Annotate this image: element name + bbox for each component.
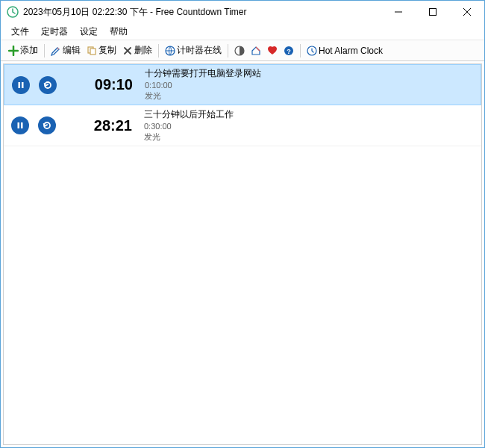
app-window: 2023年05月10日 02:22:30 下午 - Free Countdown… (0, 0, 485, 448)
delete-label: 删除 (134, 44, 152, 57)
home-icon (251, 46, 261, 56)
svg-rect-3 (90, 49, 96, 55)
pause-icon (16, 122, 24, 129)
heart-button[interactable] (264, 44, 281, 57)
timer-action: 发光 (145, 90, 261, 101)
countdown-time: 09:10 (66, 76, 133, 93)
timer-duration: 0:30:00 (144, 121, 234, 131)
maximize-button[interactable] (416, 1, 450, 23)
toolbar: 添加 编辑 复制 删除 计时器在线 ? (1, 40, 484, 61)
timer-duration: 0:10:00 (145, 80, 261, 90)
window-controls (381, 1, 484, 23)
svg-text:?: ? (287, 47, 291, 55)
contrast-icon (234, 46, 245, 56)
help-button[interactable]: ? (281, 44, 297, 57)
timer-row[interactable]: 09:10 十分钟需要打开电脑登录网站 0:10:00 发光 (4, 64, 481, 105)
app-icon (7, 6, 19, 18)
timer-details: 三十分钟以后开始工作 0:30:00 发光 (144, 109, 234, 142)
restart-button[interactable] (39, 76, 57, 94)
svg-rect-1 (430, 9, 436, 16)
menubar: 文件 定时器 设定 帮助 (1, 23, 484, 40)
copy-icon (87, 46, 97, 56)
titlebar: 2023年05月10日 02:22:30 下午 - Free Countdown… (1, 1, 484, 23)
svg-rect-12 (21, 122, 23, 128)
heart-icon (267, 46, 278, 56)
svg-rect-11 (18, 122, 20, 128)
svg-rect-9 (19, 82, 21, 88)
pause-button[interactable] (11, 116, 29, 134)
edit-button[interactable]: 编辑 (48, 43, 84, 58)
globe-icon (165, 46, 175, 56)
menu-timer[interactable]: 定时器 (35, 23, 74, 40)
separator (44, 44, 45, 57)
copy-button[interactable]: 复制 (84, 43, 119, 58)
timer-description: 十分钟需要打开电脑登录网站 (145, 68, 261, 80)
timer-action: 发光 (144, 131, 234, 142)
separator (228, 44, 228, 57)
add-label: 添加 (20, 44, 38, 57)
timer-details: 十分钟需要打开电脑登录网站 0:10:00 发光 (145, 68, 261, 101)
separator (158, 44, 159, 57)
countdown-time: 28:21 (65, 117, 132, 134)
help-icon: ? (284, 46, 294, 56)
pause-button[interactable] (12, 76, 30, 94)
online-button[interactable]: 计时器在线 (162, 43, 225, 58)
delete-button[interactable]: 删除 (119, 43, 155, 58)
online-label: 计时器在线 (177, 44, 222, 57)
clock-icon (307, 46, 317, 56)
svg-rect-10 (22, 82, 24, 88)
timer-list: 09:10 十分钟需要打开电脑登录网站 0:10:00 发光 28:21 三十分… (3, 63, 482, 445)
x-icon (122, 46, 133, 56)
home-button[interactable] (248, 44, 264, 57)
timer-description: 三十分钟以后开始工作 (144, 109, 234, 121)
menu-file[interactable]: 文件 (5, 23, 35, 40)
restart-icon (43, 121, 51, 130)
minimize-button[interactable] (381, 1, 416, 23)
hot-alarm-button[interactable]: Hot Alarm Clock (304, 44, 386, 57)
restart-icon (43, 81, 52, 90)
hot-label: Hot Alarm Clock (319, 46, 383, 56)
pause-icon (17, 81, 25, 89)
contrast-button[interactable] (231, 44, 248, 57)
pencil-icon (51, 46, 61, 56)
add-button[interactable]: 添加 (5, 43, 41, 58)
edit-label: 编辑 (63, 44, 81, 57)
plus-icon (8, 46, 19, 56)
close-button[interactable] (450, 1, 484, 23)
copy-label: 复制 (98, 44, 116, 57)
menu-settings[interactable]: 设定 (74, 23, 104, 40)
separator (300, 44, 301, 57)
window-title: 2023年05月10日 02:22:30 下午 - Free Countdown… (23, 6, 381, 19)
timer-row[interactable]: 28:21 三十分钟以后开始工作 0:30:00 发光 (4, 105, 481, 146)
restart-button[interactable] (38, 116, 56, 134)
menu-help[interactable]: 帮助 (104, 23, 134, 40)
